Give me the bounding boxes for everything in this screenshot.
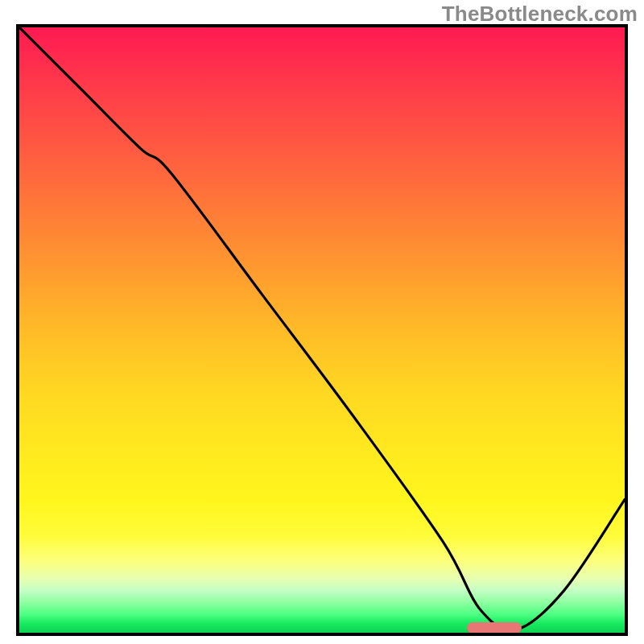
optimal-range-marker [467,622,522,634]
plot-area [16,24,628,636]
watermark-label: TheBottleneck.com [442,2,638,27]
chart-container: TheBottleneck.com [0,0,644,644]
bottleneck-curve [19,27,625,633]
